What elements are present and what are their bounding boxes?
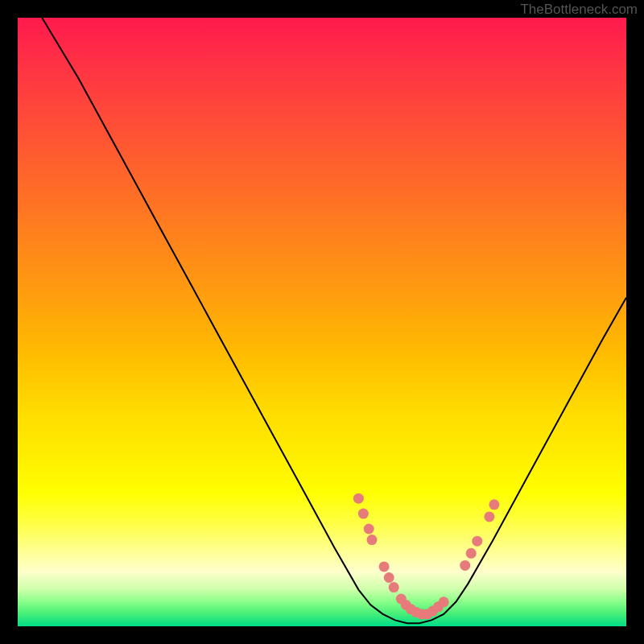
- chart-container: TheBottleneck.com: [0, 0, 644, 644]
- highlight-dot: [472, 536, 482, 547]
- highlight-dot: [389, 582, 399, 592]
- bottleneck-curve: [42, 18, 626, 623]
- highlight-dot: [489, 499, 499, 510]
- highlight-dot: [379, 561, 390, 572]
- highlight-dot: [460, 560, 470, 571]
- highlight-dot: [364, 524, 374, 535]
- highlight-dot: [353, 493, 364, 504]
- highlight-dot: [439, 597, 449, 607]
- curve-overlay: [18, 18, 626, 626]
- highlight-dot: [466, 548, 477, 559]
- highlight-dot: [367, 535, 378, 545]
- highlight-dot: [358, 509, 369, 519]
- highlight-dot: [484, 511, 494, 522]
- highlight-dot: [384, 572, 394, 583]
- watermark-text: TheBottleneck.com: [520, 2, 638, 18]
